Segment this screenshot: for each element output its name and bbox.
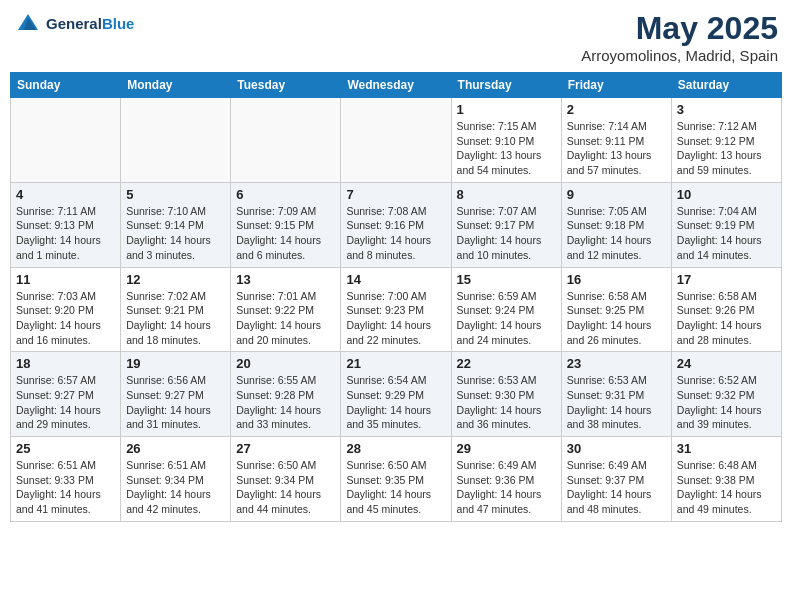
weekday-header: Tuesday: [231, 73, 341, 98]
calendar-cell: 24Sunrise: 6:52 AMSunset: 9:32 PMDayligh…: [671, 352, 781, 437]
calendar-cell: 26Sunrise: 6:51 AMSunset: 9:34 PMDayligh…: [121, 437, 231, 522]
day-number: 20: [236, 356, 335, 371]
day-number: 11: [16, 272, 115, 287]
day-number: 14: [346, 272, 445, 287]
day-info: Sunrise: 7:02 AMSunset: 9:21 PMDaylight:…: [126, 289, 225, 348]
day-info: Sunrise: 6:58 AMSunset: 9:26 PMDaylight:…: [677, 289, 776, 348]
calendar-cell: 20Sunrise: 6:55 AMSunset: 9:28 PMDayligh…: [231, 352, 341, 437]
day-info: Sunrise: 7:11 AMSunset: 9:13 PMDaylight:…: [16, 204, 115, 263]
day-number: 26: [126, 441, 225, 456]
calendar-cell: 14Sunrise: 7:00 AMSunset: 9:23 PMDayligh…: [341, 267, 451, 352]
title-block: May 2025 Arroyomolinos, Madrid, Spain: [581, 10, 778, 64]
calendar-cell: [341, 98, 451, 183]
calendar-cell: 27Sunrise: 6:50 AMSunset: 9:34 PMDayligh…: [231, 437, 341, 522]
calendar-table: SundayMondayTuesdayWednesdayThursdayFrid…: [10, 72, 782, 522]
weekday-header: Sunday: [11, 73, 121, 98]
calendar-cell: 29Sunrise: 6:49 AMSunset: 9:36 PMDayligh…: [451, 437, 561, 522]
day-number: 22: [457, 356, 556, 371]
day-number: 16: [567, 272, 666, 287]
calendar-cell: 22Sunrise: 6:53 AMSunset: 9:30 PMDayligh…: [451, 352, 561, 437]
day-info: Sunrise: 6:53 AMSunset: 9:31 PMDaylight:…: [567, 373, 666, 432]
day-info: Sunrise: 7:09 AMSunset: 9:15 PMDaylight:…: [236, 204, 335, 263]
weekday-header-row: SundayMondayTuesdayWednesdayThursdayFrid…: [11, 73, 782, 98]
calendar-cell: 13Sunrise: 7:01 AMSunset: 9:22 PMDayligh…: [231, 267, 341, 352]
day-info: Sunrise: 7:12 AMSunset: 9:12 PMDaylight:…: [677, 119, 776, 178]
weekday-header: Saturday: [671, 73, 781, 98]
day-number: 10: [677, 187, 776, 202]
day-info: Sunrise: 7:04 AMSunset: 9:19 PMDaylight:…: [677, 204, 776, 263]
day-info: Sunrise: 7:01 AMSunset: 9:22 PMDaylight:…: [236, 289, 335, 348]
day-number: 9: [567, 187, 666, 202]
day-number: 5: [126, 187, 225, 202]
day-number: 2: [567, 102, 666, 117]
day-info: Sunrise: 6:49 AMSunset: 9:36 PMDaylight:…: [457, 458, 556, 517]
day-info: Sunrise: 7:00 AMSunset: 9:23 PMDaylight:…: [346, 289, 445, 348]
location: Arroyomolinos, Madrid, Spain: [581, 47, 778, 64]
day-number: 15: [457, 272, 556, 287]
calendar-cell: 15Sunrise: 6:59 AMSunset: 9:24 PMDayligh…: [451, 267, 561, 352]
weekday-header: Thursday: [451, 73, 561, 98]
day-number: 13: [236, 272, 335, 287]
day-number: 19: [126, 356, 225, 371]
day-info: Sunrise: 6:50 AMSunset: 9:34 PMDaylight:…: [236, 458, 335, 517]
day-number: 3: [677, 102, 776, 117]
calendar-cell: 16Sunrise: 6:58 AMSunset: 9:25 PMDayligh…: [561, 267, 671, 352]
day-info: Sunrise: 7:05 AMSunset: 9:18 PMDaylight:…: [567, 204, 666, 263]
calendar-cell: 30Sunrise: 6:49 AMSunset: 9:37 PMDayligh…: [561, 437, 671, 522]
calendar-cell: 5Sunrise: 7:10 AMSunset: 9:14 PMDaylight…: [121, 182, 231, 267]
day-info: Sunrise: 7:07 AMSunset: 9:17 PMDaylight:…: [457, 204, 556, 263]
calendar-cell: 10Sunrise: 7:04 AMSunset: 9:19 PMDayligh…: [671, 182, 781, 267]
calendar-week-row: 18Sunrise: 6:57 AMSunset: 9:27 PMDayligh…: [11, 352, 782, 437]
day-info: Sunrise: 7:15 AMSunset: 9:10 PMDaylight:…: [457, 119, 556, 178]
calendar-cell: 2Sunrise: 7:14 AMSunset: 9:11 PMDaylight…: [561, 98, 671, 183]
calendar-cell: 9Sunrise: 7:05 AMSunset: 9:18 PMDaylight…: [561, 182, 671, 267]
calendar-cell: 17Sunrise: 6:58 AMSunset: 9:26 PMDayligh…: [671, 267, 781, 352]
day-number: 23: [567, 356, 666, 371]
weekday-header: Friday: [561, 73, 671, 98]
day-number: 31: [677, 441, 776, 456]
day-number: 24: [677, 356, 776, 371]
day-info: Sunrise: 7:08 AMSunset: 9:16 PMDaylight:…: [346, 204, 445, 263]
calendar-cell: 19Sunrise: 6:56 AMSunset: 9:27 PMDayligh…: [121, 352, 231, 437]
logo: GeneralBlue: [14, 10, 134, 38]
calendar-cell: [231, 98, 341, 183]
calendar-cell: 31Sunrise: 6:48 AMSunset: 9:38 PMDayligh…: [671, 437, 781, 522]
day-info: Sunrise: 6:50 AMSunset: 9:35 PMDaylight:…: [346, 458, 445, 517]
day-info: Sunrise: 7:03 AMSunset: 9:20 PMDaylight:…: [16, 289, 115, 348]
day-number: 29: [457, 441, 556, 456]
calendar-cell: 12Sunrise: 7:02 AMSunset: 9:21 PMDayligh…: [121, 267, 231, 352]
day-info: Sunrise: 6:58 AMSunset: 9:25 PMDaylight:…: [567, 289, 666, 348]
day-number: 12: [126, 272, 225, 287]
calendar-cell: 11Sunrise: 7:03 AMSunset: 9:20 PMDayligh…: [11, 267, 121, 352]
day-info: Sunrise: 6:51 AMSunset: 9:33 PMDaylight:…: [16, 458, 115, 517]
calendar-week-row: 11Sunrise: 7:03 AMSunset: 9:20 PMDayligh…: [11, 267, 782, 352]
calendar-cell: 1Sunrise: 7:15 AMSunset: 9:10 PMDaylight…: [451, 98, 561, 183]
day-number: 27: [236, 441, 335, 456]
logo-icon: [14, 10, 42, 38]
calendar-cell: 6Sunrise: 7:09 AMSunset: 9:15 PMDaylight…: [231, 182, 341, 267]
calendar-cell: 3Sunrise: 7:12 AMSunset: 9:12 PMDaylight…: [671, 98, 781, 183]
calendar-week-row: 4Sunrise: 7:11 AMSunset: 9:13 PMDaylight…: [11, 182, 782, 267]
day-info: Sunrise: 6:48 AMSunset: 9:38 PMDaylight:…: [677, 458, 776, 517]
month-year: May 2025: [581, 10, 778, 47]
calendar-week-row: 1Sunrise: 7:15 AMSunset: 9:10 PMDaylight…: [11, 98, 782, 183]
day-info: Sunrise: 7:14 AMSunset: 9:11 PMDaylight:…: [567, 119, 666, 178]
calendar-cell: 25Sunrise: 6:51 AMSunset: 9:33 PMDayligh…: [11, 437, 121, 522]
day-number: 28: [346, 441, 445, 456]
page-header: GeneralBlue May 2025 Arroyomolinos, Madr…: [10, 10, 782, 64]
day-number: 1: [457, 102, 556, 117]
day-info: Sunrise: 6:53 AMSunset: 9:30 PMDaylight:…: [457, 373, 556, 432]
day-number: 30: [567, 441, 666, 456]
day-info: Sunrise: 7:10 AMSunset: 9:14 PMDaylight:…: [126, 204, 225, 263]
day-info: Sunrise: 6:52 AMSunset: 9:32 PMDaylight:…: [677, 373, 776, 432]
weekday-header: Wednesday: [341, 73, 451, 98]
logo-text: GeneralBlue: [46, 15, 134, 33]
calendar-cell: 18Sunrise: 6:57 AMSunset: 9:27 PMDayligh…: [11, 352, 121, 437]
day-info: Sunrise: 6:54 AMSunset: 9:29 PMDaylight:…: [346, 373, 445, 432]
day-number: 6: [236, 187, 335, 202]
day-info: Sunrise: 6:55 AMSunset: 9:28 PMDaylight:…: [236, 373, 335, 432]
day-info: Sunrise: 6:56 AMSunset: 9:27 PMDaylight:…: [126, 373, 225, 432]
day-number: 17: [677, 272, 776, 287]
calendar-cell: [11, 98, 121, 183]
calendar-cell: 23Sunrise: 6:53 AMSunset: 9:31 PMDayligh…: [561, 352, 671, 437]
